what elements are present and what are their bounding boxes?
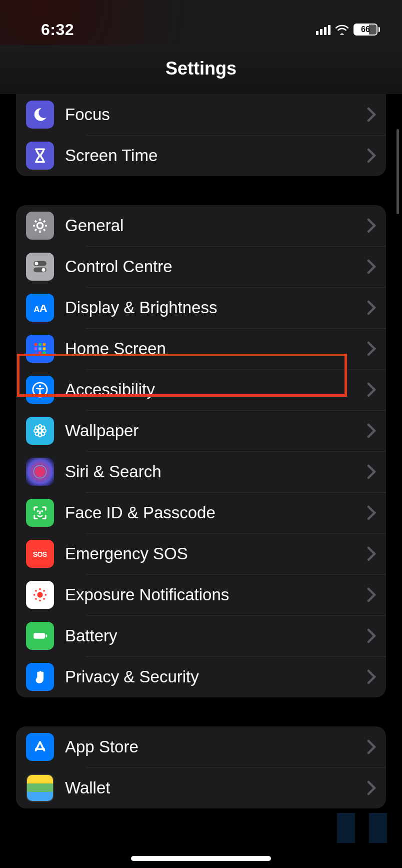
svg-point-34: [41, 432, 44, 435]
accessibility-icon: [26, 376, 54, 404]
svg-point-45: [35, 590, 37, 592]
settings-row-focus[interactable]: Focus: [16, 94, 386, 135]
toggles-icon: [26, 253, 54, 281]
chevron-right-icon: [367, 341, 376, 356]
settings-row-label: App Store: [65, 737, 367, 756]
chevron-right-icon: [367, 148, 376, 163]
svg-rect-19: [38, 347, 42, 350]
settings-row-label: Wallet: [65, 778, 367, 797]
svg-rect-20: [43, 347, 46, 350]
chevron-right-icon: [367, 218, 376, 233]
app-grid-icon: [26, 335, 54, 363]
chevron-right-icon: [367, 739, 376, 754]
settings-row-siri[interactable]: Siri & Search: [16, 451, 386, 492]
text-size-icon: AA: [26, 294, 54, 322]
settings-row-accessibility[interactable]: Accessibility: [16, 369, 386, 410]
siri-icon: [26, 458, 54, 486]
settings-row-faceid[interactable]: Face ID & Passcode: [16, 492, 386, 533]
svg-point-31: [36, 426, 39, 430]
svg-point-12: [42, 268, 46, 272]
svg-line-5: [35, 221, 36, 222]
scroll-indicator[interactable]: [396, 129, 399, 214]
svg-point-25: [39, 385, 42, 388]
settings-row-label: Privacy & Security: [65, 667, 367, 686]
svg-line-6: [44, 229, 45, 231]
svg-rect-22: [38, 352, 42, 355]
wallet-icon: [26, 774, 54, 802]
moon-icon: [26, 101, 54, 129]
settings-row-exposure[interactable]: Exposure Notifications: [16, 574, 386, 615]
settings-row-label: Face ID & Passcode: [65, 503, 367, 522]
svg-point-48: [43, 598, 45, 600]
svg-point-46: [43, 590, 45, 592]
home-indicator[interactable]: [131, 856, 271, 861]
svg-point-10: [34, 262, 38, 265]
settings-row-display[interactable]: AA Display & Brightness: [16, 287, 386, 328]
battery-icon: [26, 622, 54, 650]
settings-row-homescreen[interactable]: Home Screen: [16, 328, 386, 369]
chevron-right-icon: [367, 780, 376, 795]
settings-row-label: Home Screen: [65, 339, 367, 358]
svg-point-42: [39, 599, 41, 601]
svg-point-37: [38, 511, 38, 511]
navbar: Settings: [0, 45, 402, 94]
svg-rect-49: [34, 633, 45, 638]
settings-row-label: Focus: [65, 105, 367, 124]
settings-row-screentime[interactable]: Screen Time: [16, 135, 386, 176]
svg-point-44: [44, 594, 46, 596]
battery-level: 66: [354, 24, 378, 36]
svg-line-7: [35, 229, 36, 231]
settings-row-label: Accessibility: [65, 380, 367, 399]
wifi-icon: [336, 24, 348, 35]
svg-point-26: [38, 429, 42, 432]
chevron-right-icon: [367, 259, 376, 274]
watermark: [332, 803, 392, 853]
settings-row-label: Emergency SOS: [65, 544, 367, 563]
svg-point-33: [36, 432, 39, 435]
svg-point-47: [35, 598, 37, 600]
settings-group-2: General Control Centre AA Display & Brig…: [16, 205, 386, 697]
chevron-right-icon: [367, 587, 376, 602]
chevron-right-icon: [367, 423, 376, 438]
svg-rect-15: [34, 343, 38, 346]
status-indicators: 66: [316, 24, 380, 36]
svg-text:A: A: [40, 302, 48, 315]
svg-rect-21: [34, 352, 38, 355]
chevron-right-icon: [367, 382, 376, 397]
chevron-right-icon: [367, 546, 376, 561]
settings-row-appstore[interactable]: App Store: [16, 726, 386, 767]
settings-row-label: Exposure Notifications: [65, 585, 367, 604]
settings-row-general[interactable]: General: [16, 205, 386, 246]
svg-point-40: [37, 592, 42, 597]
settings-row-controlcentre[interactable]: Control Centre: [16, 246, 386, 287]
settings-row-label: Display & Brightness: [65, 298, 367, 317]
settings-row-label: Siri & Search: [65, 462, 367, 481]
settings-row-battery[interactable]: Battery: [16, 615, 386, 656]
svg-point-41: [39, 588, 41, 590]
settings-row-wallet[interactable]: Wallet: [16, 767, 386, 808]
chevron-right-icon: [367, 505, 376, 520]
flower-icon: [26, 417, 54, 445]
page-title: Settings: [0, 58, 402, 79]
hourglass-icon: [26, 142, 54, 170]
settings-group-3: App Store Wallet: [16, 726, 386, 808]
svg-point-38: [42, 511, 42, 511]
svg-rect-17: [43, 343, 46, 346]
settings-row-label: Wallpaper: [65, 421, 367, 440]
appstore-icon: [26, 733, 54, 761]
settings-row-wallpaper[interactable]: Wallpaper: [16, 410, 386, 451]
status-time: 6:32: [41, 21, 74, 39]
svg-rect-16: [38, 343, 42, 346]
cellular-signal-icon: [316, 24, 330, 35]
status-bar: 6:32 66: [0, 0, 402, 45]
settings-row-privacy[interactable]: Privacy & Security: [16, 656, 386, 697]
settings-row-label: Battery: [65, 626, 367, 645]
svg-point-43: [34, 594, 36, 596]
chevron-right-icon: [367, 300, 376, 315]
svg-point-32: [41, 426, 44, 430]
settings-group-1: Focus Screen Time: [16, 94, 386, 176]
settings-row-sos[interactable]: SOS Emergency SOS: [16, 533, 386, 574]
settings-row-label: General: [65, 216, 367, 235]
exposure-icon: [26, 581, 54, 609]
svg-point-0: [37, 223, 42, 228]
